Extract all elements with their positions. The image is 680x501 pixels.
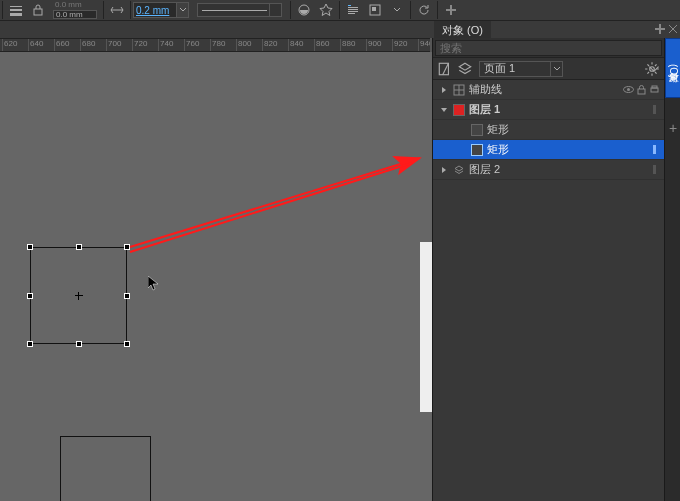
svg-rect-1 bbox=[10, 9, 22, 11]
wrap-icon[interactable] bbox=[366, 1, 384, 19]
refresh-icon[interactable] bbox=[415, 1, 433, 19]
svg-rect-23 bbox=[638, 89, 645, 94]
close-icon[interactable] bbox=[667, 23, 679, 35]
svg-rect-9 bbox=[348, 13, 355, 14]
tree-row-layer2[interactable]: 图层 2 bbox=[433, 160, 664, 180]
stroke-width-dropdown[interactable] bbox=[177, 2, 189, 18]
resize-handle-n[interactable] bbox=[76, 244, 82, 250]
resize-handle-e[interactable] bbox=[124, 293, 130, 299]
guides-icon bbox=[453, 84, 465, 96]
resize-handle-sw[interactable] bbox=[27, 341, 33, 347]
flip-h-icon[interactable] bbox=[108, 1, 126, 19]
dock-tab-objects[interactable]: 对象(O) bbox=[665, 38, 680, 98]
ruler-tick: 900 bbox=[366, 39, 381, 52]
layer-color-swatch[interactable] bbox=[453, 104, 465, 116]
tree-row-shape[interactable]: 矩形 bbox=[433, 120, 664, 140]
panel-menu-icon[interactable] bbox=[646, 61, 662, 77]
dim-top[interactable]: 0.0 mm bbox=[53, 1, 97, 10]
dock-tabs: 对象(O) + bbox=[664, 38, 680, 501]
ruler-tick: 860 bbox=[314, 39, 329, 52]
tree-row-guides[interactable]: 辅助线 bbox=[433, 80, 664, 100]
tab-objects[interactable]: 对象 (O) bbox=[434, 21, 491, 39]
resize-handle-nw[interactable] bbox=[27, 244, 33, 250]
svg-rect-3 bbox=[34, 9, 42, 15]
tree-row-layer1[interactable]: 图层 1 bbox=[433, 100, 664, 120]
shape-swatch bbox=[471, 144, 483, 156]
panel-tab-strip: 对象 (O) bbox=[0, 20, 680, 38]
row-marker bbox=[649, 144, 660, 155]
cursor-icon bbox=[148, 276, 160, 294]
line-width-icon[interactable] bbox=[7, 1, 25, 19]
stroke-width-field[interactable] bbox=[133, 2, 189, 18]
chevron-down-icon[interactable] bbox=[550, 62, 562, 76]
center-marker bbox=[77, 294, 81, 298]
page-selector[interactable]: 页面 1 bbox=[479, 61, 563, 77]
print-icon[interactable] bbox=[649, 84, 660, 95]
shape-swatch bbox=[471, 124, 483, 136]
tree-label: 图层 1 bbox=[469, 102, 500, 117]
svg-rect-28 bbox=[653, 165, 656, 174]
tree-row-shape-selected[interactable]: 矩形 bbox=[433, 140, 664, 160]
row-marker bbox=[649, 164, 660, 175]
ruler-tick: 780 bbox=[210, 39, 225, 52]
svg-rect-8 bbox=[348, 11, 358, 12]
ruler-tick: 700 bbox=[106, 39, 121, 52]
tree-label: 图层 2 bbox=[469, 162, 500, 177]
dim-bottom[interactable]: 0.0 mm bbox=[53, 10, 97, 19]
wrap-dropdown-icon[interactable] bbox=[388, 1, 406, 19]
panel-search-row bbox=[433, 38, 664, 58]
page-selector-label: 页面 1 bbox=[480, 61, 550, 76]
svg-rect-0 bbox=[10, 6, 22, 7]
page-edge bbox=[420, 242, 432, 412]
eye-icon[interactable] bbox=[623, 84, 634, 95]
new-page-icon[interactable] bbox=[437, 61, 453, 77]
ruler-tick: 820 bbox=[262, 39, 277, 52]
ruler-tick: 940 bbox=[418, 39, 430, 52]
svg-rect-6 bbox=[348, 7, 358, 8]
top-toolbar: 0.0 mm 0.0 mm bbox=[0, 0, 680, 20]
tree-label: 矩形 bbox=[487, 142, 509, 157]
dash-style-dropdown[interactable] bbox=[269, 4, 281, 16]
resize-handle-s[interactable] bbox=[76, 341, 82, 347]
ruler-tick: 680 bbox=[80, 39, 95, 52]
selected-rectangle[interactable] bbox=[30, 247, 127, 344]
svg-rect-26 bbox=[653, 105, 656, 114]
ruler-tick: 840 bbox=[288, 39, 303, 52]
layers-icon bbox=[453, 164, 465, 176]
chevron-right-icon[interactable] bbox=[439, 166, 449, 174]
row-marker bbox=[649, 104, 660, 115]
pin-icon[interactable] bbox=[654, 23, 666, 35]
add-icon[interactable] bbox=[442, 1, 460, 19]
ruler-tick: 800 bbox=[236, 39, 251, 52]
ruler-tick: 640 bbox=[28, 39, 43, 52]
rectangle-2[interactable] bbox=[60, 436, 151, 501]
svg-rect-25 bbox=[652, 86, 657, 88]
tree-label: 矩形 bbox=[487, 122, 509, 137]
effects-icon[interactable] bbox=[295, 1, 313, 19]
layers-icon[interactable] bbox=[457, 61, 473, 77]
dimension-fields: 0.0 mm 0.0 mm bbox=[49, 0, 101, 20]
dash-style-selector[interactable] bbox=[197, 3, 282, 17]
layer-tree: 辅助线 图层 1 矩形 矩形 bbox=[433, 80, 664, 180]
svg-point-22 bbox=[627, 88, 630, 91]
canvas[interactable] bbox=[0, 52, 432, 501]
objects-panel: 页面 1 辅助线 图层 1 bbox=[432, 38, 664, 501]
dock-add-icon[interactable]: + bbox=[665, 118, 680, 138]
resize-handle-w[interactable] bbox=[27, 293, 33, 299]
ruler-tick: 880 bbox=[340, 39, 355, 52]
svg-rect-7 bbox=[348, 9, 358, 10]
panel-toolbar: 页面 1 bbox=[433, 58, 664, 80]
resize-handle-se[interactable] bbox=[124, 341, 130, 347]
chevron-right-icon[interactable] bbox=[439, 86, 449, 94]
resize-handle-ne[interactable] bbox=[124, 244, 130, 250]
paragraph-icon[interactable] bbox=[344, 1, 362, 19]
mask-icon[interactable] bbox=[317, 1, 335, 19]
lock-icon[interactable] bbox=[636, 84, 647, 95]
chevron-down-icon[interactable] bbox=[439, 106, 449, 114]
ruler-tick: 620 bbox=[2, 39, 17, 52]
stroke-width-input[interactable] bbox=[133, 2, 177, 18]
lock-icon[interactable] bbox=[29, 1, 47, 19]
search-input[interactable] bbox=[435, 40, 662, 56]
ruler-tick: 920 bbox=[392, 39, 407, 52]
svg-rect-24 bbox=[651, 88, 658, 92]
